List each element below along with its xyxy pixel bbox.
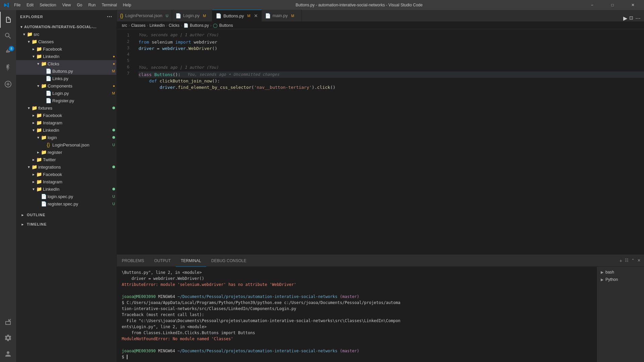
- clicks-label: Clicks: [48, 61, 113, 66]
- terminal-content[interactable]: \Buttons.py", line 2, in <module> driver…: [117, 267, 597, 362]
- tree-item-linkedin-fixtures[interactable]: ▼ 📁 Linkedin: [16, 126, 116, 134]
- titlebar: File Edit Selection View Go Run Terminal…: [0, 0, 644, 10]
- git-badge: 8: [9, 46, 14, 51]
- expand-arrow-ig2: ►: [31, 179, 36, 184]
- run-icon[interactable]: ▶: [623, 15, 627, 21]
- close-button[interactable]: ✕: [625, 0, 641, 10]
- login-py-label: Login.py: [52, 91, 112, 96]
- menu-edit[interactable]: Edit: [24, 0, 36, 10]
- classes-label: Classes: [38, 39, 116, 44]
- tree-item-fixtures[interactable]: ▼ 📁 fixtures: [16, 104, 116, 112]
- code-line-2: driver = webdriver.WebDriver(): [139, 45, 644, 52]
- breadcrumb-sep3: ›: [166, 23, 167, 28]
- tree-item-src[interactable]: ▼ 📁 src: [16, 31, 116, 38]
- loginpersonal-label: LoginPersonal.json: [52, 142, 112, 147]
- new-terminal-icon[interactable]: +: [620, 258, 622, 263]
- tree-item-linkedin-classes[interactable]: ▼ 📁 LinkedIn ●: [16, 53, 116, 60]
- tab-login-py[interactable]: 📄 Login.py M: [172, 10, 212, 21]
- minimize-button[interactable]: −: [584, 0, 600, 10]
- tree-item-login-py[interactable]: ► 📄 Login.py M: [16, 89, 116, 97]
- tab-main-py[interactable]: 📄 main.py M: [262, 10, 302, 21]
- code-content[interactable]: You, seconds ago | 1 author (You) from s…: [133, 29, 644, 255]
- shell-bash[interactable]: ▶ bash: [597, 268, 644, 276]
- sidebar-more-icon[interactable]: ⋯: [107, 13, 112, 20]
- menu-view[interactable]: View: [59, 0, 73, 10]
- terminal-line-11: from Classes.LinkedIn.Clicks.Buttons imp…: [122, 330, 592, 336]
- breadcrumb-src[interactable]: src: [122, 23, 127, 28]
- menu-selection[interactable]: Selection: [37, 0, 59, 10]
- git-inline-annotation: You, seconds ago • Uncommitted changes: [187, 71, 279, 78]
- tree-item-instagram-fixtures[interactable]: ► 📁 Instagram: [16, 119, 116, 126]
- facebook-label: Facebook: [43, 47, 116, 52]
- tab-loginpersonal[interactable]: {} LoginPersonal.json U: [117, 10, 172, 21]
- login-folder-label: login: [48, 135, 112, 140]
- menu-help[interactable]: Help: [120, 0, 134, 10]
- breadcrumb-linkedin[interactable]: LinkedIn: [150, 23, 165, 28]
- extensions-icon[interactable]: [0, 76, 16, 92]
- tab-buttons-py[interactable]: 📄 Buttons.py M ✕: [212, 10, 262, 21]
- menu-run[interactable]: Run: [86, 0, 98, 10]
- tab-output[interactable]: OUTPUT: [149, 255, 176, 267]
- shell-python[interactable]: ▶ Python: [597, 276, 644, 283]
- tree-item-login-spec[interactable]: ► 📄 login.spec.py U: [16, 193, 116, 200]
- outline-section[interactable]: ► OUTLINE: [16, 210, 116, 220]
- code-editor[interactable]: 1 2 3 4 5 6 7 You, seconds ago | 1 autho…: [117, 29, 644, 255]
- breadcrumb-buttons-class[interactable]: Buttons: [219, 23, 233, 28]
- fixtures-label: fixtures: [38, 106, 112, 111]
- tree-item-register-folder[interactable]: ► 📁 register: [16, 148, 116, 156]
- breadcrumb-classes[interactable]: Classes: [131, 23, 146, 28]
- settings-icon[interactable]: [0, 330, 16, 346]
- breadcrumb-clicks[interactable]: Clicks: [169, 23, 179, 28]
- tree-item-facebook-fixtures[interactable]: ► 📁 Facebook: [16, 112, 116, 119]
- split-terminal-icon[interactable]: ☷: [625, 258, 629, 263]
- expand-arrow-fb2: ►: [31, 113, 36, 118]
- close-panel-icon[interactable]: ✕: [637, 258, 641, 263]
- tree-item-instagram-int[interactable]: ► 📁 Instagram: [16, 178, 116, 185]
- tree-item-integrations[interactable]: ▼ 📁 integrations: [16, 163, 116, 171]
- git-icon[interactable]: 8: [0, 44, 16, 60]
- tab-debug-console[interactable]: DEBUG CONSOLE: [206, 255, 252, 267]
- terminal-line-13: [122, 342, 592, 348]
- menu-file[interactable]: File: [11, 0, 23, 10]
- search-icon[interactable]: [0, 28, 16, 44]
- testing-icon[interactable]: [0, 314, 16, 330]
- tree-item-twitter[interactable]: ► 📁 Twitter: [16, 156, 116, 163]
- tree-item-login-folder[interactable]: ▼ 📁 login: [16, 134, 116, 141]
- menu-go[interactable]: Go: [74, 0, 85, 10]
- tree-item-register-py[interactable]: ► 📄 Register.py: [16, 97, 116, 104]
- root-folder[interactable]: ▼ AUTOMATION-INTERATIVE-SOCIAL-...: [16, 23, 116, 31]
- py-tab-main-icon: 📄: [265, 13, 271, 18]
- tree-item-linkedin-int[interactable]: ▼ 📁 LinkedIn: [16, 185, 116, 193]
- timeline-section[interactable]: ► TIMELINE: [16, 220, 116, 229]
- split-editor-icon[interactable]: ⊡: [629, 15, 633, 21]
- maximize-panel-icon[interactable]: ⌃: [631, 258, 635, 263]
- tab-problems[interactable]: PROBLEMS: [117, 255, 149, 267]
- expand-arrow-reg: ►: [36, 149, 41, 155]
- tree-item-classes[interactable]: ▼ 📁 Classes: [16, 38, 116, 45]
- explorer-icon[interactable]: [0, 12, 16, 28]
- breadcrumb-buttons-py[interactable]: Buttons.py: [190, 23, 209, 28]
- tree-item-register-spec[interactable]: ► 📄 register.spec.py U: [16, 200, 116, 207]
- tree-item-facebook-classes[interactable]: ► 📁 Facebook: [16, 45, 116, 53]
- maximize-button[interactable]: □: [605, 0, 620, 10]
- code-line-6: def clickButton_join_now():: [139, 78, 644, 84]
- account-icon[interactable]: [0, 346, 16, 362]
- outline-label: OUTLINE: [27, 213, 45, 217]
- debug-icon[interactable]: [0, 60, 16, 76]
- expand-arrow-login: ▼: [36, 135, 41, 140]
- login-spec-label: login.spec.py: [48, 194, 112, 199]
- tab-terminal[interactable]: TERMINAL: [176, 255, 206, 267]
- tab-close-buttons[interactable]: ✕: [254, 13, 258, 18]
- tree-item-facebook-int[interactable]: ► 📁 Facebook: [16, 171, 116, 178]
- tree-item-loginpersonal[interactable]: ► {} LoginPersonal.json U: [16, 141, 116, 148]
- tree-item-buttons-py[interactable]: ► 📄 Buttons.py M: [16, 67, 116, 75]
- tree-item-clicks[interactable]: ▼ 📁 Clicks ●: [16, 60, 116, 67]
- py-links-icon: 📄: [46, 76, 51, 81]
- folder-fixtures-icon: 📁: [32, 105, 37, 111]
- menu-terminal[interactable]: Terminal: [99, 0, 119, 10]
- tree-item-links-py[interactable]: ► 📄 Links.py: [16, 75, 116, 82]
- tab-u-badge: U: [166, 14, 168, 18]
- outline-arrow: ►: [20, 212, 25, 218]
- tree-item-components[interactable]: ▼ 📁 Components ●: [16, 82, 116, 89]
- more-actions-icon[interactable]: ⋯: [635, 15, 641, 21]
